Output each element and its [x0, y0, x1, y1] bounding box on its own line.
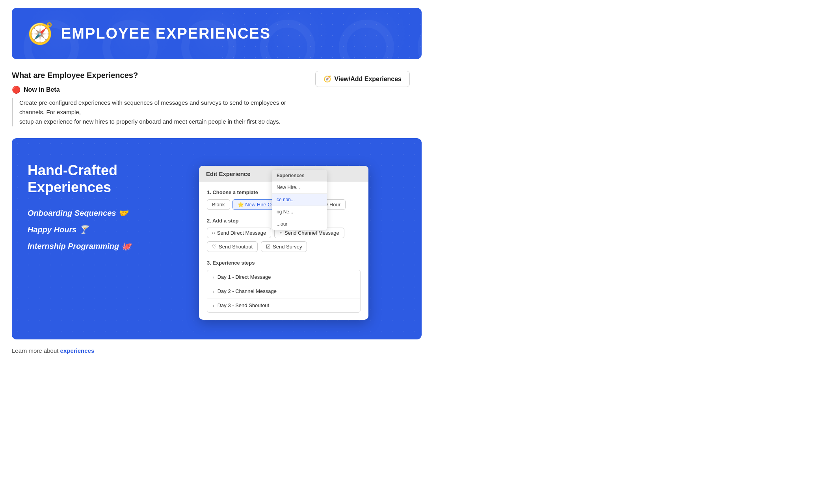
- showcase-item-happyhours: Happy Hours 🍸: [28, 225, 146, 234]
- chip-send-shoutout-label: Send Shoutout: [219, 244, 253, 250]
- partial-list-item-3: ng Ne...: [272, 206, 327, 218]
- exp-step-row-1[interactable]: › Day 1 - Direct Message: [207, 270, 360, 284]
- chevron-icon-2: ›: [213, 289, 214, 294]
- chip-send-shoutout[interactable]: ♡ Send Shoutout: [207, 241, 258, 252]
- learn-more-text: Learn more about: [12, 347, 60, 354]
- survey-icon: ☑: [266, 244, 271, 250]
- exp-step-row-3[interactable]: › Day 3 - Send Shoutout: [207, 298, 360, 312]
- chip-send-survey-label: Send Survey: [273, 244, 302, 250]
- beta-icon: 🔴: [12, 85, 20, 94]
- description-block: Create pre-configured experiences with s…: [12, 98, 307, 126]
- showcase-right: Experiences New Hire... ce nan... ng Ne.…: [162, 158, 406, 320]
- partial-list-item-2: ce nan...: [272, 194, 327, 206]
- chevron-icon-1: ›: [213, 275, 214, 280]
- learn-more-link[interactable]: experiences: [60, 347, 95, 354]
- chip-direct-message[interactable]: ○ Send Direct Message: [207, 228, 271, 238]
- showcase-main-title: Hand-Crafted Experiences: [28, 162, 146, 196]
- view-add-icon: 🧭: [324, 75, 331, 83]
- experience-steps: › Day 1 - Direct Message › Day 2 - Chann…: [207, 270, 361, 313]
- hero-banner: 🧭 EMPLOYEE EXPERIENCES: [12, 8, 422, 59]
- step3-label: 3. Experience steps: [207, 260, 361, 266]
- showcase-left: Hand-Crafted Experiences Onboarding Sequ…: [28, 158, 146, 320]
- partial-list-mockup: Experiences New Hire... ce nan... ng Ne.…: [272, 170, 327, 230]
- exp-step-label-2: Day 2 - Channel Message: [218, 288, 277, 294]
- view-add-label: View/Add Experiences: [335, 76, 402, 83]
- compass-icon: 🧭: [28, 22, 53, 46]
- chevron-icon-3: ›: [213, 303, 214, 308]
- hero-title: EMPLOYEE EXPERIENCES: [61, 25, 271, 42]
- exp-step-label-1: Day 1 - Direct Message: [218, 274, 271, 280]
- partial-list-header: Experiences: [272, 170, 327, 182]
- chip-channel-message-label: Send Channel Message: [284, 230, 339, 236]
- description-line2: setup an experience for new hires to pro…: [19, 118, 281, 125]
- view-add-button[interactable]: 🧭 View/Add Experiences: [315, 71, 410, 87]
- exp-step-label-3: Day 3 - Send Shoutout: [218, 302, 270, 308]
- exp-step-row-2[interactable]: › Day 2 - Channel Message: [207, 284, 360, 298]
- showcase-item-onboarding: Onboarding Sequences 🤝: [28, 208, 146, 218]
- chip-direct-message-label: Send Direct Message: [217, 230, 266, 236]
- direct-message-icon: ○: [212, 230, 215, 236]
- partial-list-item-1: New Hire...: [272, 182, 327, 194]
- showcase-item-internship: Internship Programming 🐙: [28, 241, 146, 251]
- beta-label: Now in Beta: [24, 86, 60, 93]
- shoutout-icon: ♡: [212, 244, 217, 250]
- description-line1: Create pre-configured experiences with s…: [19, 99, 286, 115]
- learn-more: Learn more about experiences: [12, 347, 422, 354]
- step-chips: ○ Send Direct Message ○ Send Channel Mes…: [207, 228, 361, 252]
- partial-list-item-4: ...our: [272, 218, 327, 230]
- template-blank-btn[interactable]: Blank: [207, 199, 230, 210]
- showcase-card: Hand-Crafted Experiences Onboarding Sequ…: [12, 138, 422, 339]
- info-section: What are Employee Experiences? 🔴 Now in …: [12, 71, 422, 126]
- channel-message-icon: ○: [279, 230, 283, 236]
- chip-send-survey[interactable]: ☑ Send Survey: [261, 241, 307, 252]
